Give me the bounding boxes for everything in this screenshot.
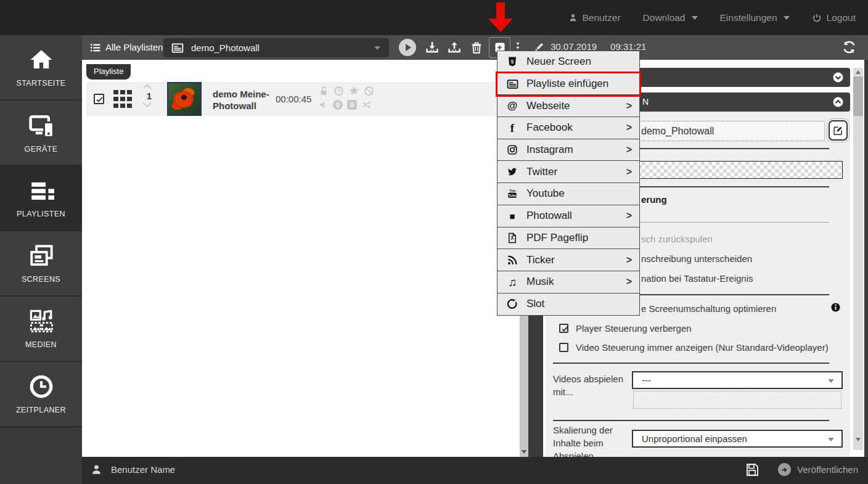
scroll-down-arrow-icon[interactable]	[856, 438, 861, 441]
topbar-user-label: Benutzer	[583, 12, 621, 23]
chevron-down-icon[interactable]	[142, 102, 152, 108]
sidebar-item-label: PLAYLISTEN	[17, 210, 65, 218]
menu-item-facebook[interactable]: f Facebook >	[497, 117, 639, 139]
sidebar-item-screens[interactable]: SCREENS	[0, 231, 82, 297]
videos-abspielen-select[interactable]: ---	[632, 371, 843, 389]
playlist-select[interactable]: demo_Photowall	[163, 38, 389, 57]
chevron-up-icon[interactable]	[142, 84, 152, 90]
square-icon: ■	[506, 211, 519, 221]
user-icon	[568, 13, 578, 22]
topbar-user[interactable]: Benutzer	[568, 12, 621, 23]
submenu-arrow: >	[626, 166, 632, 178]
star-icon[interactable]	[348, 85, 359, 96]
media-title: demo Meine-Photowall	[213, 88, 282, 112]
menu-item-ticker[interactable]: Ticker >	[497, 249, 639, 271]
playlist-card-icon	[171, 42, 184, 54]
sidebar-item-geraete[interactable]: GERÄTE	[0, 100, 82, 166]
menu-item-webseite[interactable]: @ Webseite >	[497, 95, 639, 117]
row-checkbox[interactable]	[94, 94, 104, 104]
menu-item-pdf-pageflip[interactable]: PDF Pageflip	[497, 228, 639, 250]
clock-icon	[28, 374, 54, 400]
option-label-fragment: nation bei Tastatur-Ereignis	[641, 273, 753, 284]
top-bar: Benutzer Download Einstellungen Logout	[0, 0, 868, 35]
shuffle-icon[interactable]	[361, 100, 372, 110]
music-note-icon: ♫	[506, 276, 519, 288]
slot-icon	[507, 298, 518, 310]
divider	[553, 420, 829, 421]
grid-view-icon[interactable]	[113, 90, 133, 109]
checkbox-row-player-steuerung: Player Steuerung verbergen	[559, 323, 692, 334]
user-icon	[91, 464, 102, 475]
panel-scrollbar[interactable]	[853, 68, 863, 450]
ban-icon[interactable]	[364, 86, 374, 96]
download-button[interactable]	[425, 40, 440, 55]
playlist-select-value: demo_Photowall	[191, 43, 260, 53]
publish-button[interactable]: Veröffentlichen	[778, 463, 858, 476]
menu-item-playliste-einfuegen[interactable]: Playliste einfügen	[497, 73, 639, 96]
media-thumbnail[interactable]	[167, 82, 202, 116]
menu-item-instagram[interactable]: Instagram >	[497, 139, 639, 162]
topbar-logout-label: Logout	[827, 12, 856, 23]
menu-item-twitter[interactable]: Twitter >	[497, 161, 639, 183]
edit-square-icon	[833, 125, 843, 136]
playlist-toolbar: Alle Playlisten demo_Photowall 30.07.201…	[82, 35, 868, 60]
playlist-name-field[interactable]: demo_Photowall	[632, 121, 825, 141]
videos-abspielen-input[interactable]	[633, 391, 841, 409]
menu-item-slot[interactable]: Slot	[497, 293, 639, 316]
topbar-settings-menu[interactable]: Einstellungen	[720, 12, 790, 23]
list-icon	[89, 42, 101, 54]
chevron-down-circle-icon[interactable]	[832, 72, 844, 83]
submenu-arrow: >	[626, 122, 632, 133]
sidebar-item-playlisten[interactable]: PLAYLISTEN	[0, 166, 82, 231]
info-icon[interactable]	[830, 302, 841, 313]
app-screen: Benutzer Download Einstellungen Logout S…	[0, 0, 868, 484]
play-button[interactable]	[398, 38, 417, 57]
checkbox-checked[interactable]	[559, 324, 568, 333]
speaker-icon[interactable]	[319, 100, 329, 110]
chevron-down-icon	[374, 46, 380, 50]
menu-item-neuer-screen[interactable]: Neuer Screen	[497, 51, 639, 73]
playlist-item-row[interactable]: 1 demo Meine-Photowall 00:00:45 0 0	[86, 82, 520, 116]
delete-button[interactable]	[470, 41, 483, 54]
unlock-icon[interactable]	[319, 86, 329, 96]
select-value: Unproportional einpassen	[642, 433, 747, 444]
square-badge[interactable]: 0	[347, 100, 357, 110]
topbar-logout[interactable]: Logout	[812, 12, 856, 23]
rss-icon	[507, 255, 518, 266]
edit-name-button[interactable]	[829, 120, 848, 141]
scroll-up-arrow-icon[interactable]	[856, 70, 861, 74]
checkbox-unchecked[interactable]	[559, 343, 568, 352]
videos-abspielen-label: Videos abspielen mit...	[553, 372, 628, 398]
clock-icon[interactable]	[334, 86, 344, 96]
sidebar-item-zeitplaner[interactable]: ZEITPLANER	[0, 362, 82, 427]
topbar-download-menu[interactable]: Download	[643, 12, 698, 23]
check-icon	[96, 96, 104, 104]
check-icon	[561, 325, 569, 333]
upload-button[interactable]	[447, 40, 462, 55]
at-icon: @	[506, 100, 519, 111]
chevron-up-circle-icon[interactable]	[832, 96, 844, 108]
menu-item-photowall[interactable]: ■ Photowall >	[497, 205, 639, 228]
checkbox-row-video-steuerung: Video Steuerung immer anzeigen (Nur Stan…	[559, 342, 829, 353]
panel-header-title-fragment: N	[642, 97, 649, 107]
checkbox-label: Player Steuerung verbergen	[576, 323, 692, 334]
scrollbar-thumb[interactable]	[853, 76, 863, 116]
current-user-name: Benutzer Name	[111, 464, 175, 475]
menu-item-musik[interactable]: ♫ Musik >	[497, 271, 639, 293]
sidebar-item-startseite[interactable]: STARTSEITE	[0, 35, 82, 100]
save-button[interactable]	[745, 462, 760, 477]
option-label-fragment: sch zurückspulen	[641, 234, 713, 244]
tab-playliste[interactable]: Playliste	[86, 64, 131, 80]
chevron-down-icon	[828, 379, 834, 383]
background-color-swatch[interactable]	[630, 161, 843, 179]
sidebar: STARTSEITE GERÄTE PLAYLISTEN SCREENS MED…	[0, 35, 82, 484]
sidebar-item-label: SCREENS	[22, 275, 60, 284]
circle-badge[interactable]: 0	[333, 100, 343, 110]
skalierung-select[interactable]: Unproportional einpassen	[632, 430, 843, 448]
power-icon	[812, 13, 822, 23]
refresh-button[interactable]	[841, 39, 857, 55]
scroll-down-arrow-icon[interactable]	[522, 450, 526, 454]
sidebar-item-medien[interactable]: MEDIEN	[0, 297, 82, 362]
menu-item-youtube[interactable]: Youtube	[497, 183, 639, 205]
facebook-icon: f	[506, 122, 519, 134]
